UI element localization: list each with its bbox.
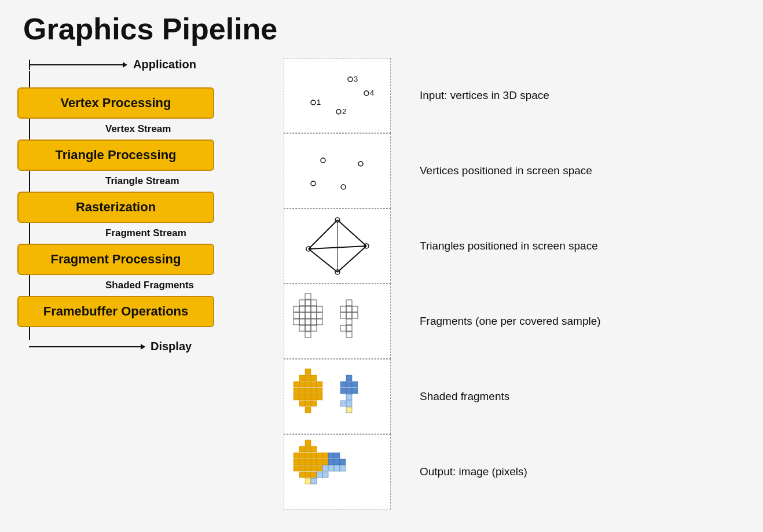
svg-line-19 bbox=[338, 246, 366, 272]
vertex-processing-box: Vertex Processing bbox=[17, 87, 214, 119]
svg-rect-54 bbox=[346, 325, 352, 331]
svg-rect-111 bbox=[294, 465, 299, 471]
svg-rect-121 bbox=[305, 472, 311, 478]
svg-text:4: 4 bbox=[370, 89, 374, 97]
svg-rect-37 bbox=[299, 319, 305, 325]
svg-rect-55 bbox=[346, 332, 352, 337]
svg-rect-79 bbox=[346, 375, 352, 381]
svg-rect-109 bbox=[334, 459, 340, 465]
svg-rect-117 bbox=[328, 465, 334, 471]
svg-rect-80 bbox=[340, 381, 346, 387]
stage-row-framebuffer: Framebuffer Operations bbox=[17, 296, 214, 327]
svg-rect-42 bbox=[305, 325, 311, 331]
svg-rect-68 bbox=[311, 388, 317, 394]
diagram-3d-vertices: 1 3 4 2 bbox=[284, 58, 391, 133]
svg-rect-29 bbox=[311, 306, 317, 312]
svg-line-17 bbox=[338, 220, 366, 246]
svg-rect-51 bbox=[352, 313, 358, 318]
svg-rect-23 bbox=[299, 300, 305, 306]
svg-rect-38 bbox=[305, 319, 311, 325]
svg-rect-77 bbox=[311, 401, 317, 406]
svg-rect-52 bbox=[346, 319, 352, 325]
svg-rect-56 bbox=[305, 369, 311, 375]
svg-rect-25 bbox=[311, 300, 317, 306]
diagram-shaded-fragments bbox=[284, 359, 391, 434]
desc-output: Output: image (pixels) bbox=[414, 434, 657, 509]
svg-rect-108 bbox=[328, 459, 334, 465]
svg-rect-72 bbox=[305, 394, 311, 400]
svg-rect-57 bbox=[299, 375, 305, 381]
svg-point-6 bbox=[336, 109, 341, 114]
svg-rect-91 bbox=[299, 446, 305, 452]
svg-rect-47 bbox=[346, 306, 352, 312]
svg-rect-106 bbox=[328, 453, 334, 458]
svg-rect-70 bbox=[294, 394, 299, 400]
svg-rect-65 bbox=[294, 388, 299, 394]
svg-rect-110 bbox=[340, 459, 346, 465]
svg-rect-83 bbox=[340, 388, 346, 394]
svg-rect-115 bbox=[317, 465, 322, 471]
svg-rect-113 bbox=[305, 465, 311, 471]
svg-rect-74 bbox=[317, 394, 322, 400]
application-label: Application bbox=[133, 58, 196, 71]
diagram-triangles bbox=[284, 208, 391, 284]
svg-rect-89 bbox=[346, 407, 352, 413]
triangle-stream-label: Triangle Stream bbox=[105, 175, 179, 187]
svg-rect-32 bbox=[299, 313, 305, 318]
svg-text:1: 1 bbox=[317, 98, 321, 107]
svg-point-0 bbox=[311, 100, 316, 105]
svg-rect-81 bbox=[346, 381, 352, 387]
pipeline-column: Application Vertex Processing Vertex Str… bbox=[17, 58, 272, 353]
svg-text:3: 3 bbox=[354, 75, 358, 83]
svg-rect-97 bbox=[311, 453, 317, 458]
svg-rect-66 bbox=[299, 388, 305, 394]
svg-rect-103 bbox=[311, 459, 317, 465]
svg-rect-33 bbox=[305, 313, 311, 318]
display-label: Display bbox=[151, 340, 192, 353]
framebuffer-operations-box: Framebuffer Operations bbox=[17, 296, 214, 327]
svg-rect-49 bbox=[340, 313, 346, 318]
svg-rect-60 bbox=[294, 381, 299, 387]
svg-rect-39 bbox=[311, 319, 317, 325]
svg-rect-125 bbox=[305, 478, 311, 484]
svg-rect-64 bbox=[317, 381, 322, 387]
descriptions-column: Input: vertices in 3D space Vertices pos… bbox=[414, 58, 657, 509]
svg-rect-124 bbox=[322, 472, 328, 478]
svg-rect-69 bbox=[317, 388, 322, 394]
svg-rect-36 bbox=[294, 319, 299, 325]
stage-row-rasterization: Rasterization bbox=[17, 192, 214, 223]
svg-rect-24 bbox=[305, 300, 311, 306]
svg-rect-104 bbox=[317, 459, 322, 465]
svg-rect-44 bbox=[305, 332, 311, 337]
svg-rect-48 bbox=[352, 306, 358, 312]
diagram-output-pixels bbox=[284, 434, 391, 509]
desc-fragments: Fragments (one per covered sample) bbox=[414, 284, 657, 359]
svg-rect-94 bbox=[294, 453, 299, 458]
svg-rect-99 bbox=[322, 453, 328, 458]
shaded-fragments-label: Shaded Fragments bbox=[105, 280, 194, 291]
stage-row-triangle: Triangle Processing bbox=[17, 140, 214, 171]
svg-rect-101 bbox=[299, 459, 305, 465]
svg-rect-105 bbox=[322, 459, 328, 465]
svg-rect-46 bbox=[340, 306, 346, 312]
svg-line-16 bbox=[309, 220, 338, 249]
desc-3d-vertices: Input: vertices in 3D space bbox=[414, 58, 657, 133]
diagrams-column: 1 3 4 2 bbox=[284, 58, 397, 509]
svg-point-4 bbox=[364, 91, 369, 96]
svg-rect-58 bbox=[305, 375, 311, 381]
vertex-stream-label: Vertex Stream bbox=[105, 123, 171, 135]
svg-rect-78 bbox=[305, 407, 311, 413]
triangle-processing-box: Triangle Processing bbox=[17, 140, 214, 171]
svg-rect-28 bbox=[305, 306, 311, 312]
svg-rect-82 bbox=[352, 381, 358, 387]
svg-rect-67 bbox=[305, 388, 311, 394]
svg-rect-90 bbox=[305, 440, 311, 446]
svg-rect-119 bbox=[340, 465, 346, 471]
svg-rect-87 bbox=[340, 401, 346, 406]
svg-rect-53 bbox=[340, 325, 346, 331]
svg-rect-63 bbox=[311, 381, 317, 387]
svg-rect-22 bbox=[305, 293, 311, 299]
svg-rect-112 bbox=[299, 465, 305, 471]
stage-row-fragment: Fragment Processing bbox=[17, 244, 214, 275]
svg-rect-45 bbox=[346, 300, 352, 306]
